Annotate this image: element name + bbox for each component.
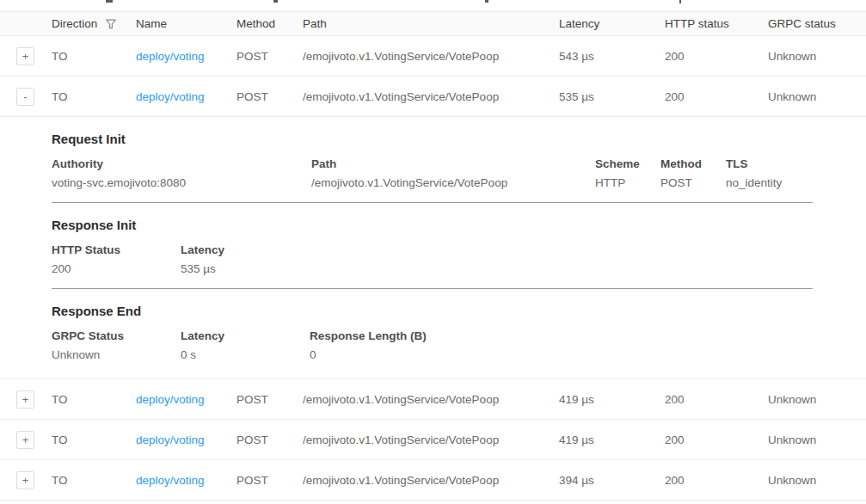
http-status-cell: 200 [665,393,768,406]
path-value: /emojivoto.v1.VotingService/VotePoop [311,175,595,191]
column-header-direction-label: Direction [52,17,97,30]
response-length-label: Response Length (B) [310,329,813,343]
direction-cell: TO [52,50,136,63]
request-detail-panel: Request Init Authority voting-svc.emojiv… [0,117,866,379]
latency-label: Latency [181,243,813,257]
scheme-label: Scheme [595,157,660,171]
http-status-value: 200 [52,261,181,277]
http-status-cell: 200 [665,50,768,63]
response-end-fields: GRPC Status Unknown Latency 0 s Response… [52,329,813,363]
path-cell: /emojivoto.v1.VotingService/VotePoop [303,50,559,63]
latency-cell: 535 µs [559,90,665,103]
method-cell: POST [236,90,303,103]
funnel-glyph [105,18,117,30]
table-row: + TO deploy/voting POST /emojivoto.v1.Vo… [0,36,866,77]
table-row: + TO deploy/voting POST /emojivoto.v1.Vo… [0,420,866,460]
grpc-status-cell: Unknown [768,50,866,63]
http-status-cell: 200 [665,90,768,103]
collapse-row-button[interactable]: - [16,88,34,106]
column-header-http-status: HTTP status [665,17,768,30]
direction-cell: TO [52,433,136,446]
resource-link[interactable]: deploy/voting [136,433,205,446]
tap-results-page: Direction Name Method Path Latency HTTP … [0,0,866,504]
latency-cell: 394 µs [559,474,665,487]
grpc-status-label: GRPC Status [52,329,181,343]
http-status-label: HTTP Status [52,243,181,257]
http-status-cell: 200 [665,474,768,487]
method-cell: POST [236,50,303,63]
table-row-expanded: - TO deploy/voting POST /emojivoto.v1.Vo… [0,77,866,117]
column-header-method: Method [236,17,303,30]
path-cell: /emojivoto.v1.VotingService/VotePoop [303,90,559,103]
table-header-row: Direction Name Method Path Latency HTTP … [0,11,866,36]
expand-row-button[interactable]: + [16,471,34,489]
direction-cell: TO [52,90,136,103]
path-cell: /emojivoto.v1.VotingService/VotePoop [303,393,559,406]
request-init-fields: Authority voting-svc.emojivoto:8080 Path… [52,157,813,191]
direction-cell: TO [52,474,136,487]
expand-row-button[interactable]: + [16,431,34,449]
column-header-grpc-status: GRPC status [768,17,866,30]
table-row: + TO deploy/voting POST /emojivoto.v1.Vo… [0,379,866,420]
response-init-fields: HTTP Status 200 Latency 535 µs [52,243,813,277]
column-header-name: Name [136,17,236,30]
column-header-latency: Latency [559,17,665,30]
latency-cell: 419 µs [559,393,665,406]
latency-cell: 419 µs [559,433,665,446]
response-init-title: Response Init [52,217,813,233]
latency-label: Latency [181,329,310,343]
latency-value: 535 µs [181,261,813,277]
scheme-value: HTTP [595,175,660,191]
grpc-status-cell: Unknown [768,393,866,406]
column-header-direction: Direction [52,17,136,30]
filter-icon[interactable] [105,18,117,30]
tls-label: TLS [726,157,813,171]
latency-cell: 543 µs [559,50,665,63]
expand-row-button[interactable]: + [16,390,34,409]
direction-cell: TO [52,393,136,406]
http-status-cell: 200 [665,433,768,446]
grpc-status-cell: Unknown [768,433,866,446]
path-cell: /emojivoto.v1.VotingService/VotePoop [303,433,559,446]
path-cell: /emojivoto.v1.VotingService/VotePoop [303,474,559,487]
latency-value: 0 s [181,347,310,363]
expand-row-button[interactable]: + [16,47,34,65]
table-row: + TO deploy/voting POST /emojivoto.v1.Vo… [0,460,866,501]
column-header-path: Path [303,17,559,30]
resource-link[interactable]: deploy/voting [136,90,205,103]
path-label: Path [311,157,595,171]
authority-value: voting-svc.emojivoto:8080 [52,175,311,191]
grpc-status-value: Unknown [52,347,181,363]
method-cell: POST [236,433,303,446]
tap-table: Direction Name Method Path Latency HTTP … [0,11,866,501]
response-length-value: 0 [310,347,813,363]
authority-label: Authority [52,157,311,171]
resource-link[interactable]: deploy/voting [136,393,205,406]
resource-link[interactable]: deploy/voting [136,474,205,487]
request-init-title: Request Init [52,131,813,147]
section-divider [52,288,813,289]
method-label: Method [660,157,726,171]
clipped-row-above [0,0,866,4]
response-end-title: Response End [52,303,813,319]
section-divider [52,202,813,203]
method-cell: POST [236,474,303,487]
grpc-status-cell: Unknown [768,90,866,103]
method-cell: POST [236,393,303,406]
tls-value: no_identity [726,175,813,191]
method-value: POST [660,175,726,191]
grpc-status-cell: Unknown [768,474,866,487]
resource-link[interactable]: deploy/voting [136,50,205,63]
